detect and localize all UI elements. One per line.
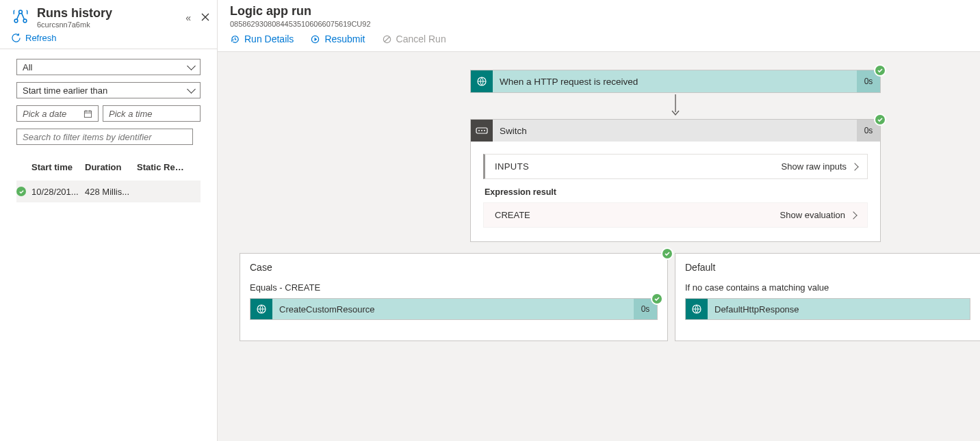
- col-start-time: Start time: [31, 162, 85, 172]
- run-details-label: Run Details: [244, 34, 294, 44]
- time-picker[interactable]: Pick a time: [103, 105, 201, 122]
- case-branch[interactable]: Case Equals - CREATE CreateCustomResourc…: [240, 253, 668, 341]
- switch-duration: 0s: [857, 126, 880, 135]
- svg-rect-3: [84, 111, 91, 117]
- search-placeholder: Search to filter items by identifier: [23, 132, 152, 142]
- cancel-run-button: Cancel Run: [382, 34, 446, 44]
- svg-point-1: [14, 19, 18, 23]
- refresh-label: Refresh: [25, 33, 57, 43]
- collapse-button[interactable]: «: [185, 12, 191, 23]
- main-panel: Logic app run 08586293080844535106066075…: [218, 0, 980, 441]
- inputs-label: INPUTS: [495, 161, 529, 172]
- case-condition: Equals - CREATE: [250, 282, 658, 293]
- svg-point-10: [484, 130, 485, 131]
- status-filter-value: All: [23, 62, 32, 72]
- time-filter-select[interactable]: Start time earlier than: [16, 82, 201, 98]
- default-branch[interactable]: Default If no case contains a matching v…: [675, 253, 980, 341]
- table-row[interactable]: 10/28/201... 428 Millis...: [16, 181, 201, 202]
- case-title: Case: [250, 262, 658, 273]
- chevron-down-icon: [187, 62, 196, 70]
- show-raw-inputs-link[interactable]: Show raw inputs: [782, 161, 858, 172]
- close-icon[interactable]: [201, 12, 210, 22]
- show-eval-label: Show evaluation: [780, 210, 845, 220]
- trigger-node[interactable]: When a HTTP request is received 0s: [470, 70, 881, 93]
- show-evaluation-link[interactable]: Show evaluation: [780, 210, 856, 220]
- chevron-right-icon: [851, 210, 856, 220]
- success-badge: [874, 113, 886, 126]
- svg-point-8: [478, 130, 480, 131]
- cell-start-time: 10/28/201...: [31, 187, 85, 197]
- case-step-duration: 0s: [641, 304, 650, 314]
- trigger-label: When a HTTP request is received: [493, 77, 857, 87]
- refresh-icon: [11, 33, 21, 43]
- sidebar-title: Runs history: [37, 5, 179, 21]
- history-icon: [230, 34, 240, 44]
- default-step[interactable]: DefaultHttpResponse: [685, 298, 970, 320]
- resubmit-label: Resubmit: [324, 34, 365, 44]
- success-badge: [874, 64, 886, 77]
- search-input[interactable]: Search to filter items by identifier: [16, 129, 193, 145]
- switch-label: Switch: [493, 126, 857, 136]
- http-icon: [686, 299, 708, 319]
- resubmit-button[interactable]: Resubmit: [310, 34, 365, 44]
- cell-duration: 428 Millis...: [85, 187, 137, 197]
- switch-icon: [471, 120, 493, 142]
- run-id: 08586293080844535106066075619CU92: [230, 20, 968, 28]
- sidebar-subtitle: 6curcsnn7a6mk: [37, 21, 179, 29]
- table-header: Start time Duration Static Res...: [16, 156, 201, 178]
- date-placeholder: Pick a date: [23, 109, 66, 119]
- svg-point-9: [481, 130, 482, 131]
- http-icon: [471, 70, 493, 92]
- flow-arrow: [669, 94, 682, 120]
- default-condition: If no case contains a matching value: [685, 282, 970, 293]
- expression-value: CREATE: [495, 210, 530, 220]
- svg-point-0: [19, 10, 23, 14]
- expression-row: CREATE Show evaluation: [483, 202, 868, 228]
- chevron-down-icon: [187, 85, 196, 94]
- logic-app-icon: [11, 8, 30, 27]
- page-title: Logic app run: [230, 4, 968, 18]
- status-success-icon: [16, 187, 26, 196]
- expression-result-label: Expression result: [485, 187, 866, 197]
- cancel-icon: [382, 34, 392, 44]
- case-step[interactable]: CreateCustomResource 0s: [250, 298, 658, 320]
- chevron-right-icon: [852, 161, 858, 172]
- status-filter-select[interactable]: All: [16, 59, 201, 75]
- case-step-label: CreateCustomResource: [279, 304, 374, 315]
- runs-history-panel: Runs history 6curcsnn7a6mk « Refresh All…: [0, 0, 218, 441]
- default-step-label: DefaultHttpResponse: [714, 304, 799, 315]
- col-duration: Duration: [85, 162, 137, 172]
- designer-canvas[interactable]: When a HTTP request is received 0s Switc…: [218, 52, 980, 441]
- calendar-icon: [83, 109, 92, 118]
- trigger-duration: 0s: [857, 77, 880, 86]
- time-filter-value: Start time earlier than: [23, 85, 107, 96]
- time-placeholder: Pick a time: [109, 109, 153, 119]
- run-details-button[interactable]: Run Details: [230, 34, 294, 44]
- success-badge: [651, 293, 663, 305]
- col-static: Static Res...: [137, 162, 185, 172]
- show-raw-label: Show raw inputs: [782, 161, 847, 172]
- resubmit-icon: [310, 34, 320, 44]
- date-picker[interactable]: Pick a date: [16, 105, 99, 122]
- refresh-button[interactable]: Refresh: [11, 33, 206, 43]
- switch-node[interactable]: Switch 0s INPUTS Show raw inputs Express…: [470, 119, 881, 242]
- svg-point-2: [23, 19, 27, 23]
- cancel-label: Cancel Run: [396, 34, 446, 44]
- success-badge: [661, 248, 673, 260]
- inputs-card: INPUTS Show raw inputs: [483, 154, 868, 179]
- http-icon: [250, 299, 272, 319]
- default-title: Default: [685, 262, 970, 273]
